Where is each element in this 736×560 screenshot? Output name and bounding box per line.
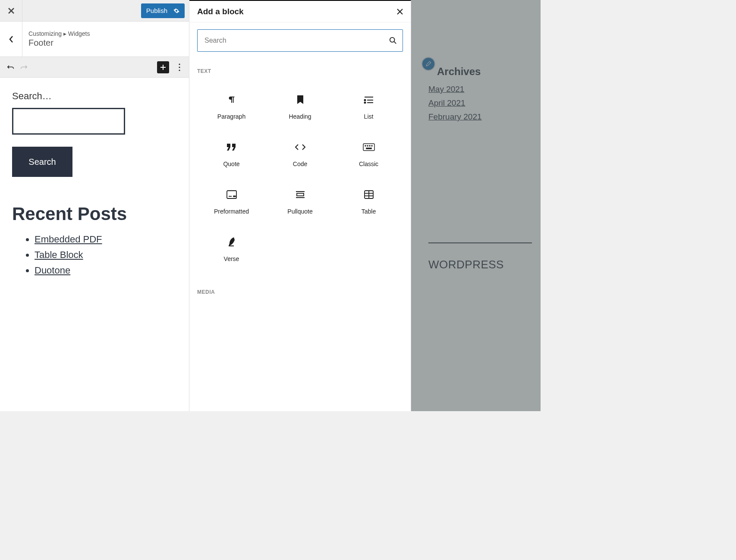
block-code[interactable]: Code (266, 130, 334, 178)
svg-point-0 (179, 63, 180, 65)
block-label: Preformatted (214, 208, 249, 215)
block-list[interactable]: List (334, 83, 403, 130)
code-icon (295, 141, 306, 154)
block-label: Heading (289, 113, 311, 120)
block-preformatted[interactable]: Preformatted (197, 178, 266, 225)
block-verse[interactable]: Verse (197, 225, 266, 273)
svg-point-10 (365, 145, 366, 146)
quote-icon (227, 141, 236, 154)
breadcrumb: Customizing ▸ Widgets (28, 30, 90, 37)
undo-button[interactable] (4, 61, 17, 74)
block-label: Classic (359, 160, 378, 167)
search-icon (389, 37, 397, 44)
block-quote[interactable]: Quote (197, 130, 266, 178)
block-table[interactable]: Table (334, 178, 403, 225)
svg-point-18 (235, 196, 236, 197)
archives-heading: Archives (437, 66, 532, 78)
feather-icon (228, 236, 236, 249)
more-options-button[interactable] (174, 61, 185, 73)
recent-post-link[interactable]: Table Block (35, 249, 177, 261)
block-label: Table (362, 208, 376, 215)
search-widget-input[interactable] (12, 108, 125, 135)
block-category-label: TEXT (197, 68, 403, 74)
archive-link[interactable]: April 2021 (428, 98, 532, 108)
search-widget-button[interactable]: Search (12, 147, 72, 177)
inserter-title: Add a block (197, 7, 397, 16)
bookmark-icon (296, 93, 304, 106)
svg-point-13 (371, 145, 372, 146)
close-inserter-button[interactable] (397, 9, 403, 15)
svg-point-5 (364, 100, 365, 101)
block-pullquote[interactable]: Pullquote (266, 178, 334, 225)
close-customizer-button[interactable] (0, 0, 22, 22)
block-label: Code (293, 160, 307, 167)
recent-posts-heading: Recent Posts (12, 204, 177, 224)
block-heading[interactable]: Heading (266, 83, 334, 130)
svg-point-11 (367, 145, 368, 146)
recent-post-link[interactable]: Embedded PDF (35, 234, 177, 245)
svg-rect-14 (366, 148, 371, 149)
edit-shortcut-badge[interactable] (421, 57, 435, 71)
table-icon (364, 188, 374, 201)
svg-point-3 (390, 38, 395, 42)
list-icon (364, 93, 374, 106)
svg-point-12 (369, 145, 370, 146)
svg-rect-20 (297, 193, 304, 196)
svg-point-7 (364, 102, 365, 104)
block-label: Verse (224, 255, 239, 262)
add-block-button[interactable] (157, 61, 169, 73)
block-label: Pullquote (287, 208, 312, 215)
keyboard-icon (363, 141, 375, 154)
gear-icon (173, 8, 179, 14)
archive-link[interactable]: May 2021 (428, 85, 532, 94)
block-search-input[interactable] (197, 29, 403, 52)
block-label: List (364, 113, 374, 120)
publish-label: Publish (146, 7, 167, 14)
block-category-label: MEDIA (197, 289, 403, 295)
search-widget-label: Search… (12, 91, 177, 102)
svg-point-2 (179, 69, 180, 71)
block-paragraph[interactable]: Paragraph (197, 83, 266, 130)
block-classic[interactable]: Classic (334, 130, 403, 178)
pilcrow-icon (227, 93, 236, 106)
redo-button (17, 61, 30, 74)
recent-post-link[interactable]: Duotone (35, 265, 177, 276)
footer-brand: WORDPRESS (428, 258, 532, 271)
publish-button[interactable]: Publish (141, 3, 185, 18)
back-button[interactable] (0, 22, 22, 57)
block-label: Quote (223, 160, 239, 167)
svg-rect-15 (227, 191, 236, 198)
svg-point-1 (179, 66, 180, 68)
svg-point-17 (233, 196, 234, 197)
block-label: Paragraph (217, 113, 245, 120)
svg-rect-9 (363, 144, 374, 151)
page-title: Footer (28, 38, 90, 48)
pullquote-icon (295, 188, 305, 201)
divider (428, 242, 532, 243)
pre-icon (226, 188, 237, 201)
archive-link[interactable]: February 2021 (428, 112, 532, 122)
